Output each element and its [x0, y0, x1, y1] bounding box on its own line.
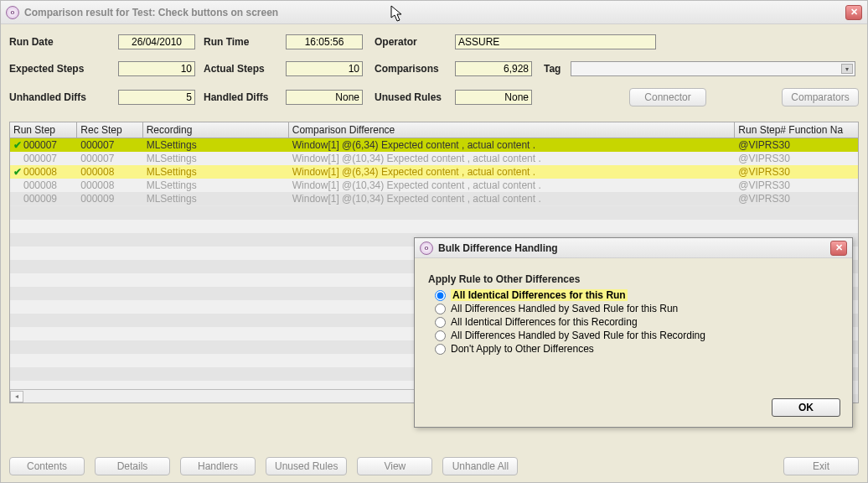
actual-steps-field[interactable]: 10: [286, 61, 363, 76]
comparators-button[interactable]: Comparators: [782, 88, 859, 106]
unhandled-diffs-label: Unhandled Diffs: [9, 91, 118, 103]
main-titlebar: o Comparison result for Test: Check butt…: [1, 1, 867, 24]
table-body: ✔000007000007MLSettingsWindow[1] @(6,34)…: [10, 138, 858, 205]
radio-option[interactable]: All Identical Differences for this Run: [428, 288, 839, 302]
radio-label: All Differences Handled by Saved Rule fo…: [451, 330, 705, 341]
details-button[interactable]: Details: [95, 457, 170, 475]
close-icon[interactable]: ✕: [845, 5, 862, 20]
radio-label: Don't Apply to Other Differences: [451, 343, 594, 355]
radio-input[interactable]: [435, 304, 446, 314]
close-icon[interactable]: ✕: [830, 241, 847, 256]
unused-rules-button[interactable]: Unused Rules: [266, 457, 347, 475]
app-icon: o: [420, 242, 433, 255]
expected-steps-field[interactable]: 10: [118, 61, 195, 76]
radio-option[interactable]: Don't Apply to Other Differences: [428, 342, 839, 356]
col-run-step[interactable]: Run Step: [10, 122, 77, 138]
dialog-group-label: Apply Rule to Other Differences: [428, 273, 839, 285]
radio-input[interactable]: [435, 317, 446, 328]
radio-option[interactable]: All Identical Differences for this Recor…: [428, 315, 839, 329]
run-time-label: Run Time: [195, 36, 286, 48]
actual-steps-label: Actual Steps: [195, 63, 286, 75]
ok-button[interactable]: OK: [772, 398, 840, 417]
radio-input[interactable]: [435, 330, 446, 341]
expected-steps-label: Expected Steps: [9, 63, 118, 75]
dialog-title: Bulk Difference Handling: [438, 242, 830, 254]
comparisons-field[interactable]: 6,928: [455, 61, 532, 76]
table-header: Run Step Rec Step Recording Comparison D…: [10, 122, 858, 138]
operator-label: Operator: [363, 36, 455, 48]
table-row[interactable]: 000007000007MLSettingsWindow[1] @(10,34)…: [10, 152, 858, 165]
dialog-body: Apply Rule to Other Differences All Iden…: [415, 258, 852, 364]
tag-label: Tag: [532, 63, 571, 75]
radio-label: All Differences Handled by Saved Rule fo…: [451, 303, 678, 314]
col-func[interactable]: Run Step# Function Na: [735, 122, 858, 138]
table-row[interactable]: 000008000008MLSettingsWindow[1] @(10,34)…: [10, 179, 858, 192]
exit-button[interactable]: Exit: [783, 457, 859, 475]
dialog-titlebar: o Bulk Difference Handling ✕: [415, 238, 852, 258]
comparisons-label: Comparisons: [363, 63, 455, 75]
handlers-button[interactable]: Handlers: [180, 457, 256, 475]
col-rec-step[interactable]: Rec Step: [77, 122, 142, 138]
bulk-diff-dialog: o Bulk Difference Handling ✕ Apply Rule …: [414, 237, 853, 428]
contents-button[interactable]: Contents: [9, 457, 85, 475]
window-title: Comparison result for Test: Check button…: [24, 7, 845, 18]
view-button[interactable]: View: [357, 457, 432, 475]
run-date-label: Run Date: [9, 36, 118, 48]
table-row[interactable]: ✔000008000008MLSettingsWindow[1] @(6,34)…: [10, 165, 858, 179]
table-row[interactable]: 000009000009MLSettingsWindow[1] @(10,34)…: [10, 192, 858, 205]
radio-option[interactable]: All Differences Handled by Saved Rule fo…: [428, 329, 839, 342]
footer-toolbar: Contents Details Handlers Unused Rules V…: [9, 457, 859, 475]
unhandled-diffs-field[interactable]: 5: [118, 90, 195, 105]
col-diff[interactable]: Comparison Difference: [289, 122, 736, 138]
check-icon: ✔: [13, 139, 22, 151]
col-recording[interactable]: Recording: [143, 122, 289, 138]
app-icon: o: [6, 6, 19, 19]
unhandle-all-button[interactable]: Unhandle All: [442, 457, 518, 475]
handled-diffs-field[interactable]: None: [286, 90, 363, 105]
check-icon: ✔: [13, 166, 22, 178]
scroll-left-icon[interactable]: ◂: [10, 391, 23, 402]
radio-input[interactable]: [435, 344, 446, 355]
radio-input[interactable]: [435, 290, 446, 301]
run-date-field[interactable]: 26/04/2010: [118, 34, 195, 49]
handled-diffs-label: Handled Diffs: [195, 91, 286, 103]
operator-field[interactable]: ASSURE: [455, 34, 656, 49]
table-row[interactable]: ✔000007000007MLSettingsWindow[1] @(6,34)…: [10, 138, 858, 152]
radio-option[interactable]: All Differences Handled by Saved Rule fo…: [428, 302, 839, 315]
chevron-down-icon[interactable]: ▾: [841, 64, 853, 74]
unused-rules-label: Unused Rules: [363, 91, 455, 103]
run-time-field[interactable]: 16:05:56: [286, 34, 363, 49]
unused-rules-field[interactable]: None: [455, 90, 532, 105]
connector-button[interactable]: Connector: [629, 88, 706, 106]
radio-label: All Identical Differences for this Recor…: [451, 316, 638, 328]
tag-dropdown[interactable]: ▾: [571, 61, 855, 76]
radio-label: All Identical Differences for this Run: [451, 289, 628, 301]
